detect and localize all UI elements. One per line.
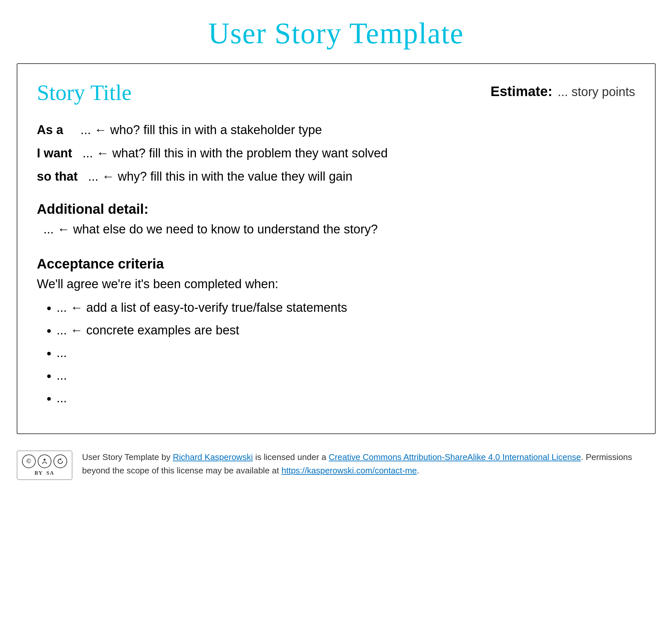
- criteria-item: ...: [57, 344, 635, 362]
- footer-prefix: User Story Template by: [82, 452, 173, 462]
- criteria-item: ...: [57, 390, 635, 407]
- by-label: BY: [34, 470, 43, 476]
- sa-icon: [53, 454, 67, 468]
- story-line-i-want: I want ... ← what? fill this in with the…: [37, 144, 635, 162]
- story-line-as-a: As a ... ← who? fill this in with a stak…: [37, 121, 635, 139]
- sa-label: SA: [46, 470, 54, 476]
- criteria-list: ... ← add a list of easy-to-verify true/…: [37, 299, 635, 407]
- acceptance-intro: We'll agree we're it's been completed wh…: [37, 277, 635, 291]
- by-icon: [38, 454, 51, 468]
- footer: © BY SA User Sto: [17, 447, 656, 483]
- so-that-keyword: so that: [37, 170, 78, 183]
- contact-link[interactable]: https://kasperowski.com/contact-me: [282, 466, 417, 476]
- footer-end: .: [417, 466, 419, 476]
- additional-detail-label: Additional detail:: [37, 201, 635, 217]
- i-want-text: ... ← what? fill this in with the proble…: [83, 146, 388, 160]
- criteria-item: ... ← concrete examples are best: [57, 322, 635, 339]
- estimate-value: ... story points: [558, 85, 635, 99]
- story-card: Story Title Estimate: ... story points A…: [17, 63, 656, 434]
- so-that-text: ... ← why? fill this in with the value t…: [88, 170, 353, 183]
- as-a-keyword: As a: [37, 123, 63, 137]
- license-link[interactable]: Creative Commons Attribution-ShareAlike …: [329, 452, 581, 462]
- i-want-keyword: I want: [37, 146, 73, 160]
- cc-icon: ©: [22, 454, 36, 468]
- svg-point-0: [44, 459, 46, 461]
- criteria-item: ...: [57, 367, 635, 384]
- criteria-item: ... ← add a list of easy-to-verify true/…: [57, 299, 635, 316]
- card-header: Story Title Estimate: ... story points: [37, 80, 635, 106]
- additional-detail-text: ... ← what else do we need to know to un…: [37, 222, 635, 236]
- story-title: Story Title: [37, 80, 132, 106]
- additional-detail-section: Additional detail: ... ← what else do we…: [37, 201, 635, 236]
- story-line-so-that: so that ... ← why? fill this in with the…: [37, 168, 635, 185]
- footer-text: User Story Template by Richard Kasperows…: [82, 451, 656, 478]
- estimate-block: Estimate: ... story points: [491, 80, 635, 99]
- page-title: User Story Template: [208, 10, 464, 50]
- estimate-label: Estimate:: [491, 83, 553, 99]
- acceptance-criteria-label: Acceptance criteria: [37, 256, 635, 272]
- acceptance-criteria-section: Acceptance criteria We'll agree we're it…: [37, 256, 635, 407]
- as-a-text: ... ← who? fill this in with a stakehold…: [81, 123, 322, 137]
- story-lines: As a ... ← who? fill this in with a stak…: [37, 121, 635, 186]
- footer-middle: is licensed under a: [253, 452, 329, 462]
- cc-badge: © BY SA: [17, 451, 73, 480]
- author-link[interactable]: Richard Kasperowski: [173, 452, 253, 462]
